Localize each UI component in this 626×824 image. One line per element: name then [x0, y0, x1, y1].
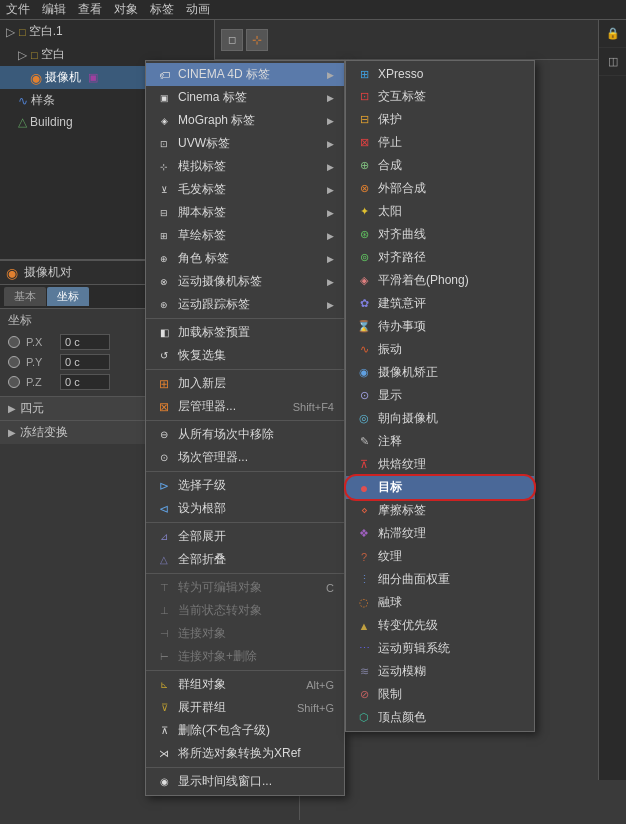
radio-pz[interactable] — [8, 376, 20, 388]
menu-expand-grp[interactable]: ⊽ 展开群组 Shift+G — [146, 696, 344, 719]
menu-view[interactable]: 查看 — [78, 1, 102, 18]
menu-remove-all[interactable]: ⊖ 从所有场次中移除 — [146, 423, 344, 446]
coord-input-x[interactable] — [60, 334, 110, 350]
menu-edit[interactable]: 编辑 — [42, 1, 66, 18]
menu-to-xref[interactable]: ⋊ 将所选对象转换为XRef — [146, 742, 344, 765]
shortcut-editable: C — [326, 582, 334, 594]
submenu-aim-camera[interactable]: ◎ 朝向摄像机 — [346, 407, 534, 430]
vibrate-label: 振动 — [378, 341, 402, 358]
submenu-dynamics[interactable]: ⋯ 运动剪辑系统 — [346, 637, 534, 660]
submenu-bake[interactable]: ⊼ 烘焙纹理 — [346, 453, 534, 476]
submenu-target[interactable]: ● 目标 — [346, 476, 534, 499]
menu-hair-tags[interactable]: ⊻ 毛发标签 — [146, 178, 344, 201]
submenu-priority[interactable]: ▲ 转变优先级 — [346, 614, 534, 637]
menu-label-scenemgr: 场次管理器... — [178, 449, 248, 466]
toolbar-btn-2[interactable]: ⊹ — [246, 29, 268, 51]
menu-icon-cur: ⊥ — [156, 603, 172, 619]
submenu-display[interactable]: ⊙ 显示 — [346, 384, 534, 407]
submenu-vertex[interactable]: ⬡ 顶点颜色 — [346, 706, 534, 729]
submenu-arch[interactable]: ✿ 建筑意评 — [346, 292, 534, 315]
menu-file[interactable]: 文件 — [6, 1, 30, 18]
submenu-stop[interactable]: ⊠ 停止 — [346, 131, 534, 154]
coord-input-y[interactable] — [60, 354, 110, 370]
submenu-compose[interactable]: ⊕ 合成 — [346, 154, 534, 177]
submenu-motion-blur[interactable]: ≋ 运动模糊 — [346, 660, 534, 683]
menu-layer-mgr[interactable]: ⊠ 层管理器... Shift+F4 — [146, 395, 344, 418]
submenu-phong[interactable]: ◈ 平滑着色(Phong) — [346, 269, 534, 292]
tab-coords[interactable]: 坐标 — [47, 287, 89, 306]
submenu-pending[interactable]: ⌛ 待办事项 — [346, 315, 534, 338]
toolbar-btn-1[interactable]: ◻ — [221, 29, 243, 51]
submenu-external[interactable]: ⊗ 外部合成 — [346, 177, 534, 200]
menu-label-xref: 将所选对象转换为XRef — [178, 745, 301, 762]
target-label: 目标 — [378, 479, 402, 496]
radio-px[interactable] — [8, 336, 20, 348]
menu-tag[interactable]: 标签 — [150, 1, 174, 18]
menu-object[interactable]: 对象 — [114, 1, 138, 18]
menu-current-state[interactable]: ⊥ 当前状态转对象 — [146, 599, 344, 622]
submenu-xpresso[interactable]: ⊞ XPresso — [346, 63, 534, 85]
tab-basic[interactable]: 基本 — [4, 287, 46, 306]
menu-icon-conndel: ⊢ — [156, 649, 172, 665]
menu-anim[interactable]: 动画 — [186, 1, 210, 18]
arch-label: 建筑意评 — [378, 295, 426, 312]
menu-cinema-tags[interactable]: ▣ Cinema 标签 — [146, 86, 344, 109]
expand-icon2: ▷ — [18, 48, 28, 62]
menu-restore-sel[interactable]: ↺ 恢复选集 — [146, 344, 344, 367]
menu-connect-del[interactable]: ⊢ 连接对象+删除 — [146, 645, 344, 668]
menu-group[interactable]: ⊾ 群组对象 Alt+G — [146, 673, 344, 696]
menu-cinema4d-tags[interactable]: 🏷 CINEMA 4D 标签 — [146, 63, 344, 86]
submenu-softbody[interactable]: ◌ 融球 — [346, 591, 534, 614]
menu-motioncam-tags[interactable]: ⊗ 运动摄像机标签 — [146, 270, 344, 293]
submenu-align-path[interactable]: ⊚ 对齐路径 — [346, 246, 534, 269]
menu-set-root[interactable]: ⊲ 设为根部 — [146, 497, 344, 520]
submenu-friction[interactable]: ⋄ 摩擦标签 — [346, 499, 534, 522]
submenu-protect[interactable]: ⊟ 保护 — [346, 108, 534, 131]
menu-expand-all[interactable]: ⊿ 全部展开 — [146, 525, 344, 548]
menu-uvw-tags[interactable]: ⊡ UVW标签 — [146, 132, 344, 155]
subdivision-label: 细分曲面权重 — [378, 571, 450, 588]
menu-icon-child: ⊳ — [156, 478, 172, 494]
submenu-texture[interactable]: ? 纹理 — [346, 545, 534, 568]
submenu-interact[interactable]: ⊡ 交互标签 — [346, 85, 534, 108]
submenu-annotation[interactable]: ✎ 注释 — [346, 430, 534, 453]
tree-item-empty1[interactable]: ▷ □ 空白.1 — [0, 20, 214, 43]
right-btn-lock[interactable]: 🔒 — [599, 20, 626, 48]
menu-icon-mt: ⊛ — [156, 297, 172, 313]
menu-collapse-all[interactable]: △ 全部折叠 — [146, 548, 344, 571]
menu-delete-nosub[interactable]: ⊼ 删除(不包含子级) — [146, 719, 344, 742]
menu-to-editable[interactable]: ⊤ 转为可编辑对象 C — [146, 576, 344, 599]
menu-motiontrack-tags[interactable]: ⊛ 运动跟踪标签 — [146, 293, 344, 316]
submenu-limit[interactable]: ⊘ 限制 — [346, 683, 534, 706]
submenu-align-curve[interactable]: ⊛ 对齐曲线 — [346, 223, 534, 246]
right-btn-2[interactable]: ◫ — [599, 48, 626, 76]
folder-icon2: □ — [31, 49, 38, 61]
camera-icon-prop: ◉ — [6, 265, 18, 281]
submenu-vibrate[interactable]: ∿ 振动 — [346, 338, 534, 361]
menu-char-tags[interactable]: ⊕ 角色 标签 — [146, 247, 344, 270]
coord-input-z[interactable] — [60, 374, 110, 390]
submenu-sun[interactable]: ✦ 太阳 — [346, 200, 534, 223]
menu-sketch-tags[interactable]: ⊞ 草绘标签 — [146, 224, 344, 247]
menu-load-preset[interactable]: ◧ 加载标签预置 — [146, 321, 344, 344]
coord-label-x: P.X — [26, 336, 54, 348]
menu-label-grp: 群组对象 — [178, 676, 226, 693]
menu-scene-mgr[interactable]: ⊙ 场次管理器... — [146, 446, 344, 469]
menu-add-layer[interactable]: ⊞ 加入新层 — [146, 372, 344, 395]
xpresso-label: XPresso — [378, 67, 423, 81]
menu-mograph-tags[interactable]: ◈ MoGraph 标签 — [146, 109, 344, 132]
protect-label: 保护 — [378, 111, 402, 128]
submenu-subdivision[interactable]: ⋮ 细分曲面权重 — [346, 568, 534, 591]
menu-script-tags[interactable]: ⊟ 脚本标签 — [146, 201, 344, 224]
menu-sim-tags[interactable]: ⊹ 模拟标签 — [146, 155, 344, 178]
radio-py[interactable] — [8, 356, 20, 368]
submenu-camera-morph[interactable]: ◉ 摄像机矫正 — [346, 361, 534, 384]
tree-label: 空白.1 — [29, 23, 63, 40]
menu-label-layermgr: 层管理器... — [178, 398, 236, 415]
menu-timeline[interactable]: ◉ 显示时间线窗口... — [146, 770, 344, 793]
sun-icon: ✦ — [356, 204, 372, 220]
menu-select-child[interactable]: ⊳ 选择子级 — [146, 474, 344, 497]
menu-connect[interactable]: ⊣ 连接对象 — [146, 622, 344, 645]
shortcut-expgrp: Shift+G — [297, 702, 334, 714]
submenu-sticky[interactable]: ❖ 粘滞纹理 — [346, 522, 534, 545]
